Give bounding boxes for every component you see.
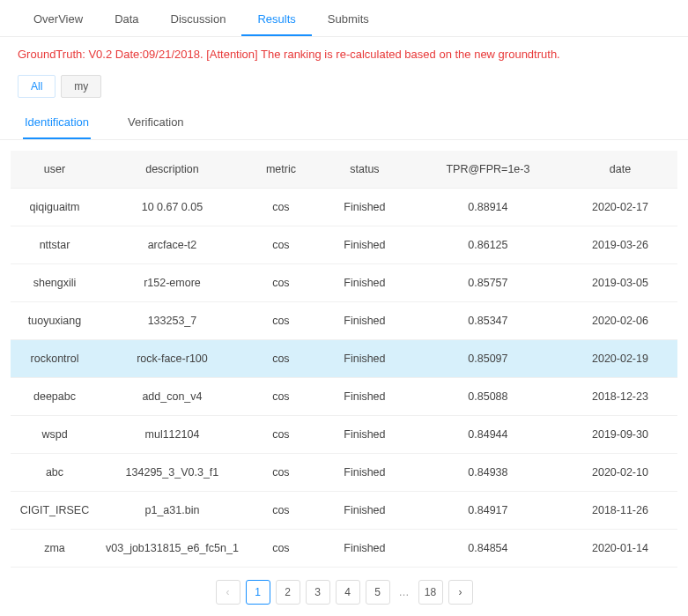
cell-date: 2020-02-06 (563, 302, 677, 340)
tab-overview[interactable]: OverView (18, 7, 99, 36)
tab-data[interactable]: Data (99, 7, 154, 36)
cell-user: zma (11, 530, 99, 568)
cell-user: rockontrol (11, 340, 99, 378)
cell-status: Finished (316, 226, 413, 264)
cell-date: 2019-03-05 (563, 264, 677, 302)
page-ellipsis: … (396, 586, 413, 598)
cell-user: nttstar (11, 226, 99, 264)
sub-tabs: Identification Verification (0, 107, 688, 140)
page-prev-button[interactable]: ‹ (216, 580, 240, 605)
cell-metric: cos (246, 492, 316, 530)
cell-description: v03_job131815_e6_fc5n_1 (99, 530, 246, 568)
cell-tpr: 0.86125 (413, 226, 563, 264)
table-row: rockontrolrock-face-r100cosFinished0.850… (11, 340, 677, 378)
filter-all-button[interactable]: All (18, 75, 55, 98)
col-header-date: date (563, 151, 677, 189)
page-3-button[interactable]: 3 (306, 580, 330, 605)
table-row: zmav03_job131815_e6_fc5n_1cosFinished0.8… (11, 530, 677, 568)
cell-metric: cos (246, 378, 316, 416)
cell-description: 10 0.67 0.05 (99, 189, 246, 226)
table-row: shengxilir152-emorecosFinished0.85757201… (11, 264, 677, 302)
cell-metric: cos (246, 226, 316, 264)
cell-metric: cos (246, 264, 316, 302)
table-row: qiqiguaitm10 0.67 0.05cosFinished0.88914… (11, 189, 677, 226)
cell-tpr: 0.84944 (413, 416, 563, 454)
cell-status: Finished (316, 454, 413, 492)
cell-description: add_con_v4 (99, 378, 246, 416)
cell-status: Finished (316, 340, 413, 378)
cell-tpr: 0.85088 (413, 378, 563, 416)
cell-description: 134295_3_V0.3_f1 (99, 454, 246, 492)
cell-tpr: 0.85757 (413, 264, 563, 302)
cell-date: 2020-02-10 (563, 454, 677, 492)
cell-description: p1_a31.bin (99, 492, 246, 530)
table-row: tuoyuxiang133253_7cosFinished0.853472020… (11, 302, 677, 340)
table-row: nttstararcface-t2cosFinished0.861252019-… (11, 226, 677, 264)
results-table-wrap: user description metric status TPR@FPR=1… (0, 140, 688, 568)
cell-description: arcface-t2 (99, 226, 246, 264)
cell-status: Finished (316, 302, 413, 340)
table-row: wspdmul112104cosFinished0.849442019-09-3… (11, 416, 677, 454)
tab-discussion[interactable]: Discussion (155, 7, 242, 36)
page-1-button[interactable]: 1 (246, 580, 270, 605)
cell-metric: cos (246, 530, 316, 568)
page-last-button[interactable]: 18 (418, 580, 443, 605)
page-4-button[interactable]: 4 (336, 580, 360, 605)
cell-date: 2018-11-26 (563, 492, 677, 530)
subtab-verification[interactable]: Verification (126, 110, 186, 139)
cell-date: 2020-02-17 (563, 189, 677, 226)
col-header-user: user (11, 151, 99, 189)
cell-user: deepabc (11, 378, 99, 416)
cell-status: Finished (316, 264, 413, 302)
tab-submits[interactable]: Submits (312, 7, 385, 36)
cell-user: abc (11, 454, 99, 492)
cell-date: 2018-12-23 (563, 378, 677, 416)
cell-status: Finished (316, 189, 413, 226)
cell-date: 2020-02-19 (563, 340, 677, 378)
pagination: ‹ 1 2 3 4 5 … 18 › (0, 568, 688, 616)
cell-tpr: 0.88914 (413, 189, 563, 226)
cell-user: CIGIT_IRSEC (11, 492, 99, 530)
page-2-button[interactable]: 2 (276, 580, 300, 605)
results-table: user description metric status TPR@FPR=1… (11, 151, 677, 568)
cell-status: Finished (316, 492, 413, 530)
cell-metric: cos (246, 416, 316, 454)
table-row: CIGIT_IRSECp1_a31.bincosFinished0.849172… (11, 492, 677, 530)
col-header-status: status (316, 151, 413, 189)
cell-tpr: 0.85347 (413, 302, 563, 340)
cell-status: Finished (316, 378, 413, 416)
table-row: deepabcadd_con_v4cosFinished0.850882018-… (11, 378, 677, 416)
cell-tpr: 0.84938 (413, 454, 563, 492)
cell-date: 2019-09-30 (563, 416, 677, 454)
table-row: abc134295_3_V0.3_f1cosFinished0.84938202… (11, 454, 677, 492)
cell-user: qiqiguaitm (11, 189, 99, 226)
cell-user: tuoyuxiang (11, 302, 99, 340)
col-header-metric: metric (246, 151, 316, 189)
col-header-description: description (99, 151, 246, 189)
cell-tpr: 0.84917 (413, 492, 563, 530)
tab-results[interactable]: Results (241, 7, 311, 36)
cell-description: 133253_7 (99, 302, 246, 340)
groundtruth-notice: GroundTruth: V0.2 Date:09/21/2018. [Atte… (0, 37, 688, 71)
cell-date: 2019-03-26 (563, 226, 677, 264)
cell-tpr: 0.85097 (413, 340, 563, 378)
table-header-row: user description metric status TPR@FPR=1… (11, 151, 677, 189)
page-5-button[interactable]: 5 (366, 580, 390, 605)
main-tabs: OverView Data Discussion Results Submits (0, 0, 688, 37)
filter-row: All my (0, 71, 688, 107)
cell-metric: cos (246, 454, 316, 492)
subtab-identification[interactable]: Identification (23, 110, 91, 139)
col-header-tpr: TPR@FPR=1e-3 (413, 151, 563, 189)
page-next-button[interactable]: › (448, 580, 473, 605)
cell-metric: cos (246, 340, 316, 378)
cell-description: r152-emore (99, 264, 246, 302)
cell-user: wspd (11, 416, 99, 454)
cell-tpr: 0.84854 (413, 530, 563, 568)
cell-metric: cos (246, 189, 316, 226)
cell-description: rock-face-r100 (99, 340, 246, 378)
filter-my-button[interactable]: my (61, 75, 101, 98)
cell-description: mul112104 (99, 416, 246, 454)
cell-user: shengxili (11, 264, 99, 302)
cell-date: 2020-01-14 (563, 530, 677, 568)
cell-status: Finished (316, 530, 413, 568)
